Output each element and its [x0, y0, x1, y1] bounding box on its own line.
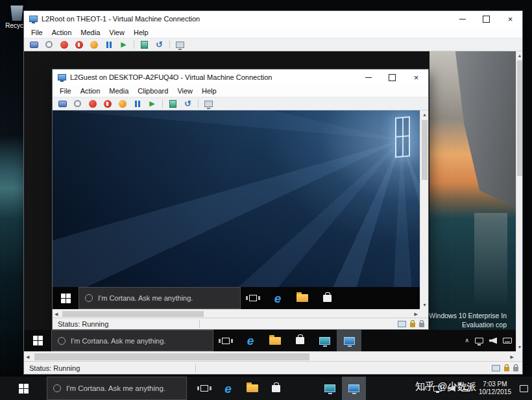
- pause-button[interactable]: [132, 99, 142, 108]
- revert-button[interactable]: ↺: [154, 40, 164, 49]
- menu-file[interactable]: File: [27, 29, 47, 36]
- windows-logo-glow-icon: [395, 116, 410, 158]
- scroll-left-button[interactable]: ◀: [26, 355, 29, 359]
- close-button[interactable]: ×: [404, 69, 428, 85]
- recycle-bin-icon: [10, 4, 24, 21]
- enhanced-session-button[interactable]: [204, 99, 213, 108]
- ctrl-alt-del-button[interactable]: [29, 40, 39, 49]
- menu-help[interactable]: Help: [197, 87, 221, 95]
- eval-watermark-line1: Windows 10 Enterprise In: [429, 311, 507, 320]
- file-explorer-button[interactable]: [290, 287, 315, 309]
- scrollbar-thumb[interactable]: [422, 120, 428, 180]
- start-button[interactable]: [24, 330, 51, 351]
- lock-icon: [504, 367, 509, 371]
- ctrl-alt-del-button[interactable]: [58, 99, 67, 108]
- save-state-button[interactable]: [89, 40, 99, 49]
- menu-action[interactable]: Action: [47, 29, 77, 36]
- hyperv-manager-button[interactable]: [312, 330, 337, 351]
- scroll-right-button[interactable]: ▶: [511, 355, 514, 359]
- file-explorer-button[interactable]: [240, 377, 264, 400]
- menu-clipboard[interactable]: Clipboard: [133, 87, 173, 95]
- file-explorer-button[interactable]: [263, 330, 287, 351]
- taskbar-gap: [288, 377, 318, 400]
- task-view-icon: [249, 295, 257, 301]
- scrollbar-thumb[interactable]: [517, 60, 522, 176]
- folder-icon: [296, 294, 308, 302]
- vmconnect-button[interactable]: [337, 330, 361, 351]
- scroll-down-button[interactable]: ▼: [422, 303, 427, 307]
- menu-view[interactable]: View: [173, 87, 197, 95]
- scroll-down-button[interactable]: ▼: [518, 345, 522, 349]
- scroll-up-button[interactable]: ▲: [518, 53, 522, 58]
- vmconnect-button[interactable]: [342, 377, 366, 400]
- checkpoint-button[interactable]: [168, 99, 178, 108]
- start-vm-button[interactable]: [73, 99, 82, 108]
- inner-titlebar[interactable]: L2Guest on DESKTOP-A2FUQ4O - Virtual Mac…: [53, 69, 428, 85]
- hyperv-manager-icon: [324, 384, 335, 392]
- checkpoint-button[interactable]: [139, 40, 149, 49]
- show-hidden-icons-button[interactable]: ∧: [465, 338, 469, 344]
- start-vm-button[interactable]: [44, 40, 54, 49]
- network-icon[interactable]: [475, 338, 483, 344]
- menu-file[interactable]: File: [55, 87, 76, 95]
- start-button[interactable]: [53, 287, 79, 309]
- inner-vm-display[interactable]: I'm Cortana. Ask me anything. e: [53, 110, 420, 309]
- menu-action[interactable]: Action: [76, 87, 105, 95]
- turn-off-button[interactable]: [59, 40, 69, 49]
- task-view-button[interactable]: [213, 330, 238, 351]
- turn-off-button[interactable]: [88, 99, 97, 108]
- scroll-left-button[interactable]: ◀: [54, 312, 58, 316]
- shut-down-button[interactable]: [103, 99, 112, 108]
- store-button[interactable]: [315, 287, 339, 309]
- maximize-button[interactable]: [474, 11, 498, 27]
- store-button[interactable]: [287, 330, 312, 351]
- scrollbar-thumb[interactable]: [62, 311, 204, 317]
- reset-button[interactable]: ▶: [119, 40, 128, 49]
- save-state-button[interactable]: [117, 99, 127, 108]
- minimize-button[interactable]: [450, 11, 474, 27]
- horizontal-scrollbar[interactable]: ◀ ▶: [53, 309, 420, 318]
- outer-titlebar[interactable]: L2Root on THEOT-1 - Virtual Machine Conn…: [24, 11, 522, 27]
- edge-button[interactable]: e: [238, 330, 263, 351]
- cortana-search-box[interactable]: I'm Cortana. Ask me anything.: [51, 330, 213, 351]
- maximize-button[interactable]: [380, 69, 404, 85]
- inner-window-title: L2Guest on DESKTOP-A2FUQ4O - Virtual Mac…: [70, 73, 272, 81]
- eval-watermark-line2: Evaluation cop: [429, 320, 507, 329]
- menu-help[interactable]: Help: [129, 29, 153, 36]
- close-button[interactable]: ×: [498, 11, 522, 27]
- revert-button[interactable]: ↺: [183, 99, 193, 108]
- cortana-search-box[interactable]: I'm Cortana. Ask me anything.: [47, 377, 187, 400]
- edge-button[interactable]: e: [265, 287, 290, 309]
- horizontal-scrollbar[interactable]: ◀ ▶: [24, 351, 516, 361]
- scroll-up-button[interactable]: ▲: [422, 112, 427, 117]
- cortana-icon: [85, 294, 93, 302]
- task-view-button[interactable]: [241, 287, 265, 309]
- taskbar-clock[interactable]: 7:03 PM 10/12/2015: [476, 381, 514, 396]
- action-center-icon[interactable]: [520, 385, 528, 392]
- start-button[interactable]: [0, 377, 47, 400]
- l2root-wallpaper-photo: [429, 51, 516, 330]
- pause-button[interactable]: [104, 40, 114, 49]
- touch-keyboard-icon[interactable]: [503, 338, 512, 344]
- edge-button[interactable]: e: [216, 377, 240, 400]
- shut-down-button[interactable]: [74, 40, 84, 49]
- volume-icon[interactable]: [489, 338, 497, 344]
- minimize-button[interactable]: [356, 69, 380, 85]
- menu-media[interactable]: Media: [104, 87, 133, 95]
- store-button[interactable]: [264, 377, 288, 400]
- vertical-scrollbar[interactable]: ▲ ▼: [420, 110, 428, 309]
- outer-vm-display[interactable]: Windows 10 Enterprise In Evaluation cop …: [24, 51, 516, 351]
- reset-button[interactable]: ▶: [147, 99, 157, 108]
- menu-media[interactable]: Media: [76, 29, 104, 36]
- cortana-placeholder: I'm Cortana. Ask me anything.: [71, 337, 165, 345]
- task-view-button[interactable]: [192, 377, 216, 400]
- lock-icon: [513, 367, 518, 371]
- vertical-scrollbar[interactable]: ▲ ▼: [516, 51, 522, 351]
- scrollbar-thumb[interactable]: [34, 353, 309, 360]
- scroll-right-button[interactable]: ▶: [415, 312, 418, 316]
- cortana-search-box[interactable]: I'm Cortana. Ask me anything.: [79, 287, 241, 309]
- status-text: Status: Running: [58, 320, 108, 328]
- hyperv-manager-button[interactable]: [318, 377, 342, 400]
- menu-view[interactable]: View: [104, 29, 129, 36]
- enhanced-session-button[interactable]: [175, 40, 185, 49]
